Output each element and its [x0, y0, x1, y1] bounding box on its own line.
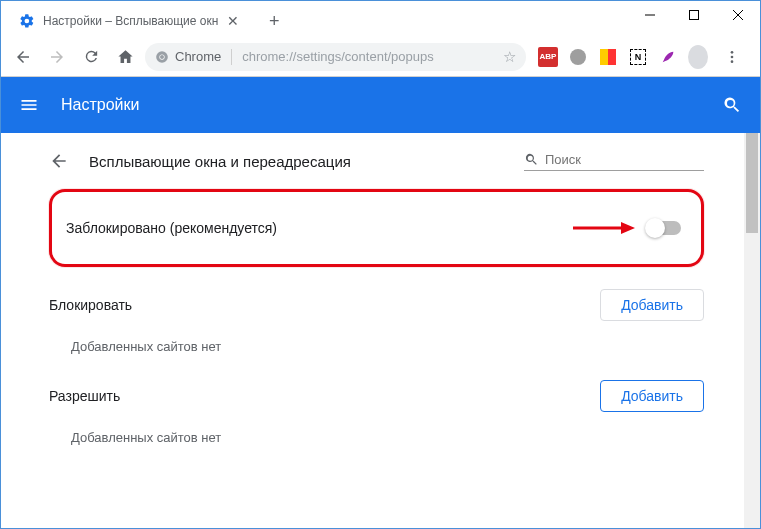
allow-add-button[interactable]: Добавить [600, 380, 704, 412]
close-icon[interactable]: ✕ [226, 14, 240, 28]
address-host: Chrome [175, 49, 221, 64]
scrollbar-thumb[interactable] [746, 133, 758, 233]
address-bar[interactable]: Chrome chrome://settings/content/popups … [145, 43, 526, 71]
page-title: Всплывающие окна и переадресация [89, 153, 504, 170]
svg-point-8 [731, 55, 734, 58]
home-button[interactable] [111, 43, 139, 71]
chrome-icon [155, 50, 169, 64]
vertical-scrollbar[interactable] [744, 133, 760, 528]
page-header: Всплывающие окна и переадресация [49, 151, 704, 171]
extension-icons: ABP N [532, 43, 752, 71]
toggle-label: Заблокировано (рекомендуется) [66, 220, 573, 236]
block-add-button[interactable]: Добавить [600, 289, 704, 321]
allow-section: Разрешить Добавить Добавленных сайтов не… [49, 380, 704, 445]
gear-icon [19, 13, 35, 29]
page-search-field[interactable] [524, 152, 704, 171]
window-titlebar: Настройки – Всплывающие окн ✕ + [1, 1, 760, 37]
back-arrow-icon[interactable] [49, 151, 69, 171]
block-section-title: Блокировать [49, 297, 132, 313]
settings-content: Всплывающие окна и переадресация Заблоки… [1, 133, 744, 528]
browser-tab[interactable]: Настройки – Всплывающие окн ✕ [9, 5, 250, 37]
extension-icon-yellow[interactable] [598, 47, 618, 67]
svg-point-6 [160, 54, 164, 58]
maximize-button[interactable] [672, 1, 716, 29]
forward-button[interactable] [43, 43, 71, 71]
appbar-title: Настройки [61, 96, 720, 114]
blocked-toggle-row: Заблокировано (рекомендуется) [49, 189, 704, 267]
close-window-button[interactable] [716, 1, 760, 29]
settings-appbar: Настройки [1, 77, 760, 133]
extension-icon-gray[interactable] [568, 47, 588, 67]
star-icon[interactable]: ☆ [503, 48, 516, 66]
back-button[interactable] [9, 43, 37, 71]
annotation-arrow-icon [573, 222, 635, 234]
page-search-input[interactable] [545, 152, 704, 167]
window-controls [628, 1, 760, 29]
search-icon-small [524, 152, 539, 168]
allow-section-title: Разрешить [49, 388, 120, 404]
address-divider [231, 49, 232, 65]
new-tab-button[interactable]: + [260, 7, 288, 35]
abp-extension-icon[interactable]: ABP [538, 47, 558, 67]
block-empty-text: Добавленных сайтов нет [49, 339, 704, 354]
menu-button[interactable] [718, 43, 746, 71]
svg-rect-1 [690, 11, 699, 20]
address-bar-row: Chrome chrome://settings/content/popups … [1, 37, 760, 77]
svg-marker-11 [621, 222, 635, 234]
svg-point-9 [731, 60, 734, 63]
allow-empty-text: Добавленных сайтов нет [49, 430, 704, 445]
popup-toggle[interactable] [647, 221, 681, 235]
extension-icon-feather[interactable] [658, 47, 678, 67]
reload-button[interactable] [77, 43, 105, 71]
search-icon[interactable] [720, 93, 744, 117]
tab-title: Настройки – Всплывающие окн [43, 14, 218, 28]
block-section: Блокировать Добавить Добавленных сайтов … [49, 289, 704, 354]
svg-point-7 [731, 51, 734, 54]
minimize-button[interactable] [628, 1, 672, 29]
address-path: chrome://settings/content/popups [242, 49, 434, 64]
profile-avatar[interactable] [688, 47, 708, 67]
extension-icon-dotted[interactable]: N [628, 47, 648, 67]
hamburger-icon[interactable] [17, 93, 41, 117]
